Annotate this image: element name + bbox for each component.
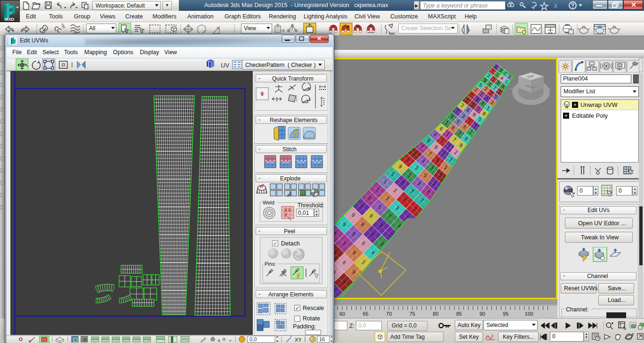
svg-text:75: 75 xyxy=(410,311,415,317)
svg-text:90: 90 xyxy=(479,311,485,317)
svg-text:0,0: 0,0 xyxy=(250,336,257,342)
svg-text:16: 16 xyxy=(319,336,325,342)
svg-text:80: 80 xyxy=(433,311,438,317)
svg-text:3: 3 xyxy=(332,24,334,29)
svg-text:100: 100 xyxy=(525,311,533,317)
svg-text:%: % xyxy=(356,24,360,29)
svg-text:ABC: ABC xyxy=(389,32,395,35)
svg-text:XY: XY xyxy=(295,337,302,343)
svg-text:70: 70 xyxy=(386,311,392,317)
svg-text:Pins:: Pins: xyxy=(265,261,276,267)
svg-text:60: 60 xyxy=(339,311,345,317)
svg-text:Weld: Weld xyxy=(263,200,274,205)
svg-text:MXD: MXD xyxy=(5,17,15,22)
svg-text:95: 95 xyxy=(503,311,508,317)
svg-text:65: 65 xyxy=(362,311,368,317)
svg-text:85: 85 xyxy=(456,311,462,317)
svg-text:X: X xyxy=(554,2,558,9)
svg-text:Threshold:: Threshold: xyxy=(298,202,324,209)
svg-text:UV: UV xyxy=(221,62,229,69)
